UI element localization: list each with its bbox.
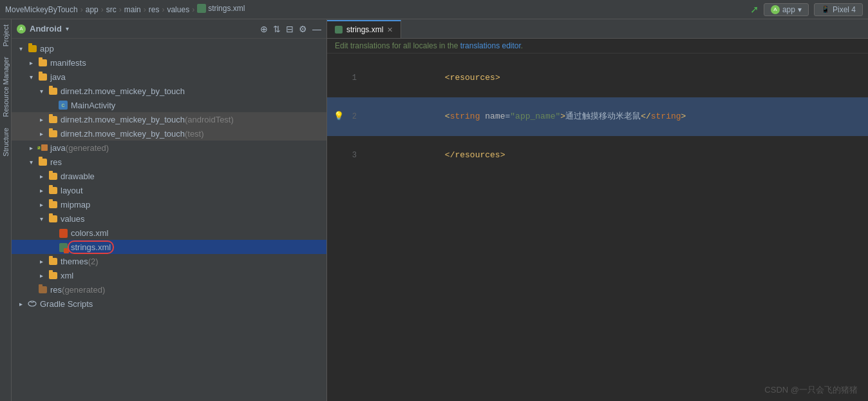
settings-icon[interactable]: ⚙ — [299, 24, 307, 34]
mipmap-folder-icon — [48, 199, 58, 210]
file-tree: app manifests — [12, 39, 326, 401]
tree-label-app: app — [40, 44, 54, 54]
tree-item-java[interactable]: java — [12, 70, 326, 84]
java-gen-folder-icon: J — [37, 142, 48, 153]
breadcrumb-sep-4: › — [144, 5, 146, 14]
xml-folder-icon — [48, 270, 58, 280]
top-bar-right: ➚ A app ▾ 📱 Pixel 4 — [750, 3, 863, 16]
project-tab-strip[interactable]: Project — [1, 19, 11, 52]
tree-item-strings[interactable]: strings.xml — [12, 240, 326, 254]
dirnet-test-folder-icon — [48, 128, 58, 139]
top-bar: MoveMickeyByTouch › app › src › main › r… — [0, 0, 868, 19]
tree-item-dirnet-test[interactable]: dirnet.zh.move_mickey_by_touch (test) — [12, 126, 326, 141]
tree-item-app[interactable]: app — [12, 41, 326, 55]
tree-item-values[interactable]: values — [12, 211, 326, 226]
tree-label-dirnet-android: dirnet.zh.move_mickey_by_touch — [61, 115, 185, 124]
line1-indent — [425, 73, 445, 83]
watermark: CSDN @一只会飞的猪猪 — [764, 384, 858, 396]
tree-label-res-gen-suffix: (generated) — [62, 285, 105, 295]
tree-item-dirnet-android[interactable]: dirnet.zh.move_mickey_by_touch (androidT… — [12, 112, 326, 126]
tree-label-java: java — [50, 72, 66, 82]
tree-item-colors[interactable]: colors.xml — [12, 226, 326, 240]
tree-item-java-gen[interactable]: J java (generated) — [12, 141, 326, 155]
collapse-icon[interactable]: ⊟ — [286, 24, 294, 34]
themes-folder-icon — [48, 256, 58, 266]
tree-arrow-themes — [40, 258, 48, 265]
tree-item-res[interactable]: res — [12, 155, 326, 169]
tree-label-res: res — [50, 157, 62, 167]
tree-label-res-gen: res — [50, 285, 62, 295]
line2-tag-string: string — [450, 112, 480, 121]
layout-folder-icon — [48, 185, 58, 195]
breadcrumb-sep-5: › — [162, 5, 164, 14]
breadcrumb-app[interactable]: app — [86, 5, 99, 14]
tree-item-themes[interactable]: themes (2) — [12, 254, 326, 268]
dirnet-android-folder-icon — [48, 114, 58, 124]
line2-attr-name: name — [485, 112, 505, 121]
tree-item-dirnet-main[interactable]: dirnet.zh.move_mickey_by_touch — [12, 84, 326, 98]
tree-item-res-gen[interactable]: res (generated) — [12, 282, 326, 297]
code-line-2: 💡 2 <string name="app_name">通过触摸移动米老鼠</s… — [327, 97, 868, 136]
back-arrow-icon[interactable]: ➚ — [750, 3, 759, 15]
tree-arrow-layout — [40, 187, 48, 194]
breadcrumb-src[interactable]: src — [106, 5, 117, 14]
tree-item-xml[interactable]: xml — [12, 268, 326, 282]
strings-xml-label-wrapper: strings.xml — [71, 242, 111, 252]
tree-item-gradle[interactable]: Gradle Scripts — [12, 297, 326, 311]
pixel-btn[interactable]: 📱 Pixel 4 — [814, 3, 863, 16]
breadcrumb-project[interactable]: MoveMickeyByTouch — [5, 5, 78, 14]
tree-arrow-java — [30, 73, 37, 81]
breadcrumb-main[interactable]: main — [124, 5, 141, 14]
tree-item-drawable[interactable]: drawable — [12, 169, 326, 183]
line1-tag-name: resources — [450, 73, 495, 83]
tree-arrow-drawable — [40, 173, 48, 180]
minimize-icon[interactable]: — — [312, 24, 321, 34]
line-3-content[interactable]: </resources> — [364, 136, 863, 175]
app-dropdown-arrow: ▾ — [798, 5, 802, 14]
add-icon[interactable]: ⊕ — [260, 24, 268, 34]
line-number-3: 3 — [345, 149, 364, 162]
line2-closing-tag: string — [651, 112, 681, 121]
breadcrumb-values[interactable]: values — [167, 5, 189, 14]
breadcrumb-sep-1: › — [80, 5, 83, 14]
tree-label-values: values — [61, 214, 85, 224]
line-1-content[interactable]: <resources> — [364, 59, 863, 97]
res-folder-icon — [37, 157, 48, 167]
tree-label-gradle: Gradle Scripts — [40, 299, 93, 309]
values-folder-icon — [48, 213, 58, 224]
tab-strings-xml[interactable]: strings.xml ✕ — [327, 20, 401, 38]
tree-arrow-values — [40, 215, 48, 222]
pixel-icon: 📱 — [821, 5, 830, 14]
breadcrumb-sep-2: › — [101, 5, 104, 14]
line2-text-cn: 通过触摸移动米老鼠 — [565, 112, 641, 121]
resource-manager-tab-strip[interactable]: Resource Manager — [1, 52, 11, 122]
line2-attr-value: "app_name" — [510, 112, 560, 121]
breadcrumb-sep-6: › — [192, 5, 194, 14]
code-editor[interactable]: 1 <resources> 💡 2 <string name="app_name… — [327, 54, 868, 401]
tree-arrow-dirnet-android — [40, 116, 48, 123]
tree-arrow-manifests — [30, 59, 37, 66]
tab-close-button[interactable]: ✕ — [387, 26, 393, 34]
breadcrumb: MoveMickeyByTouch › app › src › main › r… — [5, 4, 245, 15]
sync-icon[interactable]: ⇅ — [273, 24, 281, 34]
structure-tab-strip[interactable]: Structure — [1, 122, 11, 162]
tree-item-layout[interactable]: layout — [12, 183, 326, 197]
lightbulb-icon[interactable]: 💡 — [334, 110, 344, 123]
translations-editor-link[interactable]: translations editor — [460, 41, 521, 50]
tree-item-mipmap[interactable]: mipmap — [12, 197, 326, 211]
tree-arrow-dirnet-test — [40, 130, 48, 137]
tree-item-manifests[interactable]: manifests — [12, 55, 326, 70]
breadcrumb-res[interactable]: res — [149, 5, 160, 14]
breadcrumb-file[interactable]: strings.xml — [197, 4, 245, 15]
line-2-content[interactable]: <string name="app_name">通过触摸移动米老鼠</strin… — [364, 97, 863, 136]
sidebar-dropdown-arrow[interactable]: ▾ — [66, 25, 69, 32]
drawable-folder-icon — [48, 171, 58, 181]
info-bar-text: Edit translations for all locales in the — [335, 41, 460, 50]
tree-label-java-gen-suffix: (generated) — [66, 143, 109, 153]
tree-item-mainactivity[interactable]: C MainActivity — [12, 98, 326, 112]
app-dropdown-button[interactable]: A app ▾ — [764, 3, 809, 16]
tree-label-mipmap: mipmap — [61, 200, 90, 210]
app-btn-label: app — [782, 5, 795, 14]
breadcrumb-sep-3: › — [119, 5, 122, 14]
sidebar-action-icons: ⊕ ⇅ ⊟ ⚙ — — [260, 24, 321, 34]
